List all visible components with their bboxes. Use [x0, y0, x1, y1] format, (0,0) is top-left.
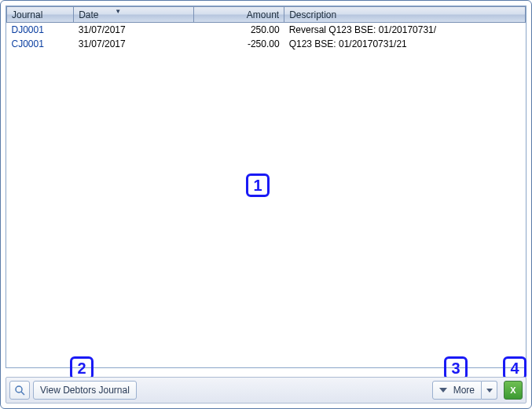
chevron-down-icon — [486, 389, 493, 393]
cell-description: Reversal Q123 BSE: 01/20170731/ — [284, 23, 526, 37]
bottom-toolbar: View Debtors Journal More X — [6, 377, 526, 404]
table-row[interactable]: CJ0001 31/07/2017 -250.00 Q123 BSE: 01/2… — [7, 37, 526, 51]
column-header-journal[interactable]: Journal — [7, 7, 74, 23]
svg-line-1 — [21, 392, 24, 395]
table-row[interactable]: DJ0001 31/07/2017 250.00 Reversal Q123 B… — [7, 23, 526, 37]
view-debtors-journal-button[interactable]: View Debtors Journal — [33, 381, 137, 400]
excel-icon: X — [510, 385, 515, 395]
more-button[interactable]: More — [432, 381, 482, 400]
view-debtors-journal-label: View Debtors Journal — [40, 385, 130, 396]
cell-date: 31/07/2017 — [74, 37, 194, 51]
column-header-date[interactable]: Date ▼ — [74, 7, 194, 23]
column-header-amount[interactable]: Amount — [193, 7, 284, 23]
more-button-label: More — [453, 385, 475, 396]
sort-descending-icon: ▼ — [115, 8, 121, 15]
cell-amount: 250.00 — [193, 23, 284, 37]
magnifier-icon — [14, 385, 25, 396]
window-frame: Journal Date ▼ Amount Description DJ0001… — [0, 0, 532, 409]
triangle-down-icon — [439, 388, 447, 393]
column-header-description[interactable]: Description — [284, 7, 526, 23]
more-dropdown-button[interactable] — [482, 381, 497, 400]
cell-journal[interactable]: CJ0001 — [7, 37, 74, 51]
column-header-date-label: Date — [79, 9, 98, 20]
cell-description: Q123 BSE: 01/20170731/21 — [284, 37, 526, 51]
cell-journal[interactable]: DJ0001 — [7, 23, 74, 37]
more-button-group: More — [432, 381, 497, 400]
data-grid[interactable]: Journal Date ▼ Amount Description DJ0001… — [6, 5, 526, 368]
cell-date: 31/07/2017 — [74, 23, 194, 37]
cell-amount: -250.00 — [193, 37, 284, 51]
search-button[interactable] — [9, 381, 30, 400]
column-header-row: Journal Date ▼ Amount Description — [7, 7, 526, 23]
export-excel-button[interactable]: X — [504, 381, 523, 400]
svg-point-0 — [16, 386, 22, 393]
